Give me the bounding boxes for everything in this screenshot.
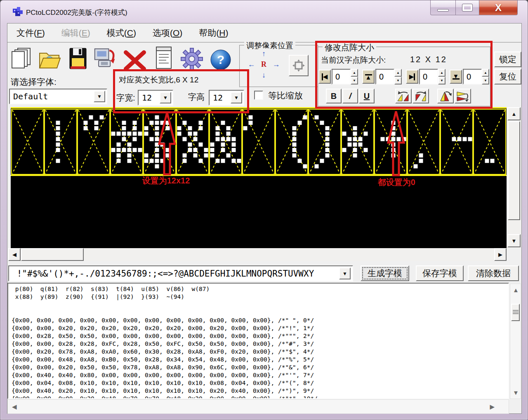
- export-button[interactable]: [93, 45, 117, 70]
- rotate-right-button[interactable]: [412, 89, 429, 103]
- save-button[interactable]: [66, 47, 90, 71]
- trim-bottom-spinner[interactable]: ▲▼: [482, 69, 489, 84]
- spin-down-icon[interactable]: ▼: [351, 77, 358, 84]
- save-font-button[interactable]: 保存字模: [416, 265, 464, 281]
- export-icon: [93, 45, 117, 70]
- trim-top-button[interactable]: ▲: [362, 70, 375, 84]
- notes-button[interactable]: [152, 46, 176, 70]
- scrollbar-thumb[interactable]: [21, 248, 84, 261]
- scrollbar-thumb[interactable]: [511, 304, 520, 321]
- clear-data-button[interactable]: 清除数据: [468, 265, 519, 281]
- trim-bottom-button[interactable]: ▼: [450, 70, 462, 84]
- pixel-adjust-title: 调整像素位置: [244, 40, 295, 51]
- scroll-left-button[interactable]: ◀: [8, 248, 21, 261]
- help-button[interactable]: ?: [209, 47, 233, 72]
- output-area[interactable]: p(80) q(81) r(82) s(83) t(84) u(85) v(86…: [7, 283, 509, 399]
- spin-down-icon[interactable]: ▼: [438, 77, 446, 84]
- maximize-button[interactable]: [456, 0, 479, 15]
- center-glyph-button[interactable]: [289, 55, 309, 76]
- trim-top-spinner[interactable]: ▲▼: [394, 69, 402, 84]
- italic-button[interactable]: /: [342, 89, 358, 103]
- spin-up-icon[interactable]: ▲: [438, 69, 446, 77]
- title-bar[interactable]: PCtoLCD2002完美版-(字符模式) X: [0, 0, 528, 23]
- minimize-button[interactable]: [430, 0, 456, 15]
- spin-up-icon[interactable]: ▲: [394, 69, 402, 77]
- output-vertical-scrollbar[interactable]: ▲ ▼: [510, 284, 521, 399]
- char-height-dropdown-button[interactable]: ▼: [231, 92, 242, 103]
- scroll-down-icon[interactable]: ▼: [513, 389, 519, 396]
- rotate-left-button[interactable]: [395, 89, 412, 103]
- flip-vertical-button[interactable]: [437, 89, 454, 103]
- spin-up-icon[interactable]: ▲: [482, 69, 489, 77]
- charset-combobox[interactable]: !"#$%&'()*+,-./0123456789:;<=>?@ABCDEFGH…: [8, 265, 353, 282]
- generate-button[interactable]: 生成字模: [361, 265, 409, 281]
- scrollbar-thumb[interactable]: [508, 121, 520, 220]
- menu-options[interactable]: 选项(O): [149, 26, 186, 40]
- scale-checkbox[interactable]: [254, 91, 263, 100]
- trim-right-button[interactable]: ▶: [406, 70, 418, 84]
- flip-horizontal-button[interactable]: [455, 89, 471, 103]
- shift-down-button[interactable]: ↓: [258, 70, 269, 80]
- trim-left-field[interactable]: 0: [332, 69, 351, 84]
- triangle-left-icon: ◀: [323, 73, 328, 80]
- scroll-left-icon[interactable]: ◀: [12, 403, 17, 411]
- charset-dropdown-button[interactable]: ▼: [339, 267, 351, 279]
- trim-right-field[interactable]: 0: [419, 69, 438, 84]
- reset-button[interactable]: 复位: [494, 69, 521, 84]
- font-select-dropdown-button[interactable]: ▼: [94, 91, 105, 102]
- center-icon: [292, 59, 306, 73]
- spin-down-icon[interactable]: ▼: [394, 77, 402, 84]
- preview-vertical-scrollbar[interactable]: ▲ ▼: [507, 107, 521, 248]
- client-area: 文件(F) 编辑(E) 模式(C) 选项(O) 帮助(H): [7, 23, 522, 414]
- minimize-icon: [437, 9, 449, 12]
- delete-button[interactable]: [123, 48, 147, 73]
- scroll-up-button[interactable]: ▲: [507, 107, 521, 120]
- spin-up-icon[interactable]: ▲: [351, 69, 358, 77]
- close-button[interactable]: X: [479, 0, 518, 15]
- char-height-value: 12: [210, 91, 230, 105]
- font-select-combobox[interactable]: Default ▼: [9, 89, 107, 104]
- current-matrix-value: 12 X 12: [410, 55, 447, 64]
- scroll-right-button[interactable]: ▶: [494, 248, 507, 261]
- shift-left-button[interactable]: ←: [246, 59, 257, 70]
- trim-left-spinner[interactable]: ▲▼: [351, 69, 358, 84]
- lock-button[interactable]: 锁定: [494, 52, 521, 67]
- char-width-dropdown-button[interactable]: ▼: [160, 92, 171, 103]
- shift-up-button[interactable]: ↑: [258, 48, 269, 59]
- scroll-right-icon[interactable]: ▶: [490, 403, 495, 411]
- open-file-button[interactable]: [38, 47, 62, 72]
- scroll-down-button[interactable]: ▼: [507, 234, 521, 247]
- new-file-button[interactable]: [10, 46, 34, 70]
- flip-horizontal-icon: [456, 90, 469, 102]
- chevron-down-icon: ▼: [234, 95, 239, 101]
- trim-bottom-field[interactable]: 0: [463, 69, 482, 84]
- settings-button[interactable]: [180, 47, 204, 71]
- trim-right-spinner[interactable]: ▲▼: [438, 69, 446, 84]
- menu-edit[interactable]: 编辑(E): [58, 26, 94, 40]
- scroll-up-icon[interactable]: ▲: [513, 286, 519, 293]
- trim-top-field[interactable]: 0: [375, 69, 394, 84]
- arrow-left-icon: ←: [248, 60, 255, 69]
- help-icon: ?: [210, 49, 232, 71]
- window-title: PCtoLCD2002完美版-(字符模式): [26, 8, 127, 17]
- bold-button[interactable]: B: [326, 89, 342, 103]
- scroll-up-icon: ▲: [512, 111, 517, 117]
- menu-file[interactable]: 文件(F): [13, 26, 48, 40]
- delete-x-icon: [123, 50, 146, 71]
- grip-icon: [513, 310, 519, 315]
- chevron-down-icon: ▼: [163, 95, 168, 101]
- preview-horizontal-scrollbar[interactable]: ◀ ▶: [8, 248, 507, 261]
- char-preview-canvas[interactable]: [11, 107, 507, 248]
- underline-button[interactable]: U: [359, 89, 375, 103]
- char-height-combobox[interactable]: 12 ▼: [209, 90, 244, 106]
- menu-mode[interactable]: 模式(C): [104, 26, 139, 40]
- spin-down-icon[interactable]: ▼: [482, 77, 489, 84]
- bar-icon: [414, 73, 415, 80]
- output-horizontal-scrollbar[interactable]: ◀ ▶: [7, 399, 509, 414]
- shift-right-button[interactable]: →: [271, 59, 282, 70]
- ratio-label: 对应英文长宽比,6 X 12: [119, 75, 198, 85]
- trim-left-button[interactable]: ◀: [318, 70, 331, 84]
- reset-position-button[interactable]: R: [258, 59, 269, 70]
- char-width-combobox[interactable]: 12 ▼: [138, 90, 173, 106]
- menu-help[interactable]: 帮助(H): [196, 26, 231, 40]
